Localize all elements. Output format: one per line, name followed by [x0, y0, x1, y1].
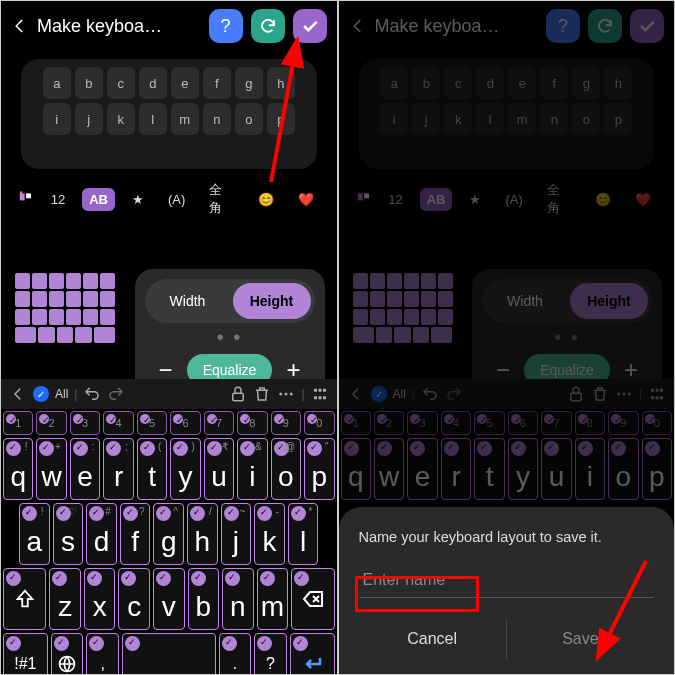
preview-key[interactable]: i	[43, 103, 71, 135]
num-key[interactable]: 2	[36, 411, 66, 435]
cat-fullwidth[interactable]: 全角	[202, 177, 240, 221]
preview-key[interactable]: d	[139, 67, 167, 99]
cancel-button[interactable]: Cancel	[359, 618, 506, 660]
key-t[interactable]: (t	[137, 438, 167, 500]
key-p[interactable]: "p	[304, 438, 334, 500]
num-key[interactable]: 7	[204, 411, 234, 435]
svg-rect-0	[20, 193, 25, 200]
dialog-title: Name your keyboard layout to save it.	[359, 529, 655, 545]
question-key[interactable]: ?	[254, 633, 287, 675]
width-tab[interactable]: Width	[149, 283, 227, 319]
cat-letters[interactable]: AB	[82, 188, 115, 211]
svg-rect-12	[323, 396, 326, 399]
key-n[interactable]: n	[222, 568, 254, 630]
back-icon[interactable]	[11, 17, 29, 35]
settings-icon[interactable]	[311, 385, 329, 403]
symbols-key[interactable]: !#1	[3, 633, 48, 675]
svg-rect-1	[26, 193, 31, 198]
design-icon[interactable]	[17, 190, 34, 208]
key-q[interactable]: !q	[3, 438, 33, 500]
num-key[interactable]: 9	[271, 411, 301, 435]
header: Make keyboa… ?	[1, 1, 337, 51]
cat-emoji[interactable]: 😊	[251, 188, 281, 211]
num-key[interactable]: 1	[3, 411, 33, 435]
preview-key[interactable]: b	[75, 67, 103, 99]
preview-key[interactable]: j	[75, 103, 103, 135]
key-f[interactable]: ?f	[120, 503, 151, 565]
page-title: Make keyboa…	[37, 16, 201, 37]
cat-paren[interactable]: (A)	[161, 188, 192, 211]
num-key[interactable]: 4	[103, 411, 133, 435]
shift-key[interactable]	[3, 568, 46, 630]
key-r[interactable]: ;r	[103, 438, 133, 500]
key-j[interactable]: ~j	[221, 503, 252, 565]
svg-rect-3	[233, 393, 244, 401]
save-button[interactable]: Save	[506, 618, 654, 660]
svg-rect-9	[323, 389, 326, 392]
preview-key[interactable]: l	[139, 103, 167, 135]
preview-key[interactable]: c	[107, 67, 135, 99]
undo-icon[interactable]	[83, 385, 101, 403]
key-o[interactable]: @o	[271, 438, 301, 500]
more-icon[interactable]	[277, 385, 295, 403]
preview-key[interactable]: e	[171, 67, 199, 99]
key-z[interactable]: z	[49, 568, 81, 630]
num-key[interactable]: 6	[170, 411, 200, 435]
key-d[interactable]: #d	[86, 503, 117, 565]
num-key[interactable]: 0	[304, 411, 334, 435]
screenshot-right: Make keyboa… ? abcdefgh ijklmnop 12 AB ★…	[338, 0, 676, 675]
period-key[interactable]: .	[219, 633, 252, 675]
preview-key[interactable]: o	[235, 103, 263, 135]
key-e[interactable]: :e	[70, 438, 100, 500]
all-label[interactable]: All	[55, 387, 68, 401]
height-tab[interactable]: Height	[233, 283, 311, 319]
backspace-key[interactable]	[291, 568, 334, 630]
keyboard: 1234567890 !q +w :e ;r (t )y ₹u &i @o "p…	[1, 409, 337, 674]
key-h[interactable]: /h	[187, 503, 218, 565]
chevron-left-icon[interactable]	[9, 385, 27, 403]
globe-key[interactable]	[51, 633, 84, 675]
preview-key[interactable]: n	[203, 103, 231, 135]
svg-point-4	[280, 393, 283, 396]
key-v[interactable]: v	[153, 568, 185, 630]
num-key[interactable]: 8	[237, 411, 267, 435]
page-dots: • •	[145, 326, 315, 349]
key-l[interactable]: *l	[288, 503, 319, 565]
preview-key[interactable]: k	[107, 103, 135, 135]
key-u[interactable]: ₹u	[204, 438, 234, 500]
svg-rect-7	[314, 389, 317, 392]
enter-key[interactable]	[290, 633, 335, 675]
preview-key[interactable]: g	[235, 67, 263, 99]
key-b[interactable]: b	[188, 568, 220, 630]
cat-star[interactable]: ★	[125, 188, 151, 211]
preview-key[interactable]: a	[43, 67, 71, 99]
num-key[interactable]: 5	[137, 411, 167, 435]
comma-key[interactable]: ,	[86, 633, 119, 675]
reset-button[interactable]	[251, 9, 285, 43]
space-key[interactable]	[122, 633, 216, 675]
lock-icon[interactable]	[229, 385, 247, 403]
cat-heart[interactable]: ❤️	[291, 188, 321, 211]
key-y[interactable]: )y	[170, 438, 200, 500]
confirm-button[interactable]	[293, 9, 327, 43]
key-g[interactable]: ^g	[153, 503, 184, 565]
key-w[interactable]: +w	[36, 438, 66, 500]
cat-numbers[interactable]: 12	[44, 188, 72, 211]
key-k[interactable]: -k	[254, 503, 285, 565]
trash-icon[interactable]	[253, 385, 271, 403]
preview-key[interactable]: h	[267, 67, 295, 99]
selectall-icon[interactable]: ✓	[33, 386, 49, 402]
num-key[interactable]: 3	[70, 411, 100, 435]
key-i[interactable]: &i	[237, 438, 267, 500]
help-button[interactable]: ?	[209, 9, 243, 43]
key-m[interactable]: m	[257, 568, 289, 630]
key-c[interactable]: c	[118, 568, 150, 630]
key-x[interactable]: x	[84, 568, 116, 630]
name-input[interactable]	[359, 563, 655, 598]
preview-key[interactable]: f	[203, 67, 231, 99]
preview-key[interactable]: p	[267, 103, 295, 135]
redo-icon[interactable]	[107, 385, 125, 403]
preview-key[interactable]: m	[171, 103, 199, 135]
key-s[interactable]: ♡s	[53, 503, 84, 565]
key-a[interactable]: !a	[19, 503, 50, 565]
